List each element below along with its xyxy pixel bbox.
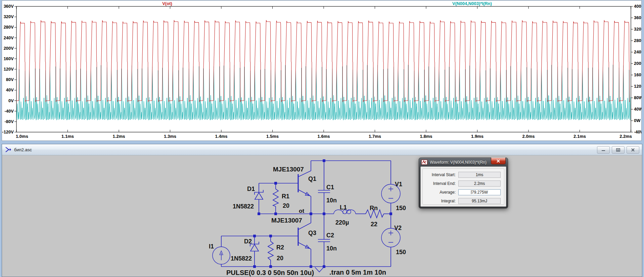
d2-model-label[interactable]: 1N5822 bbox=[231, 255, 252, 262]
restore-button[interactable] bbox=[612, 146, 625, 154]
v2-ref-label[interactable]: V2 bbox=[394, 225, 402, 231]
x-tick-label[interactable]: 1.7ms bbox=[369, 134, 381, 139]
y-right-tick-label[interactable]: 200W bbox=[634, 61, 641, 66]
ltspice-logo-icon bbox=[421, 160, 427, 165]
y-right-tick-label[interactable]: 80W bbox=[634, 95, 641, 100]
y-left-tick-label[interactable]: 80V bbox=[6, 77, 14, 82]
q3-model-label[interactable]: MJE13007 bbox=[271, 217, 302, 224]
integral-value[interactable]: 95.13mJ bbox=[458, 198, 501, 204]
i1-value-label[interactable]: PULSE(0 0.3 0 50n 50n 10u) bbox=[226, 269, 314, 276]
ground-symbol[interactable] bbox=[315, 267, 324, 272]
r2-ref-label[interactable]: R2 bbox=[276, 244, 284, 251]
y-right-tick-label[interactable]: 320W bbox=[634, 27, 641, 32]
resistor-r1[interactable] bbox=[273, 183, 278, 214]
schematic-canvas[interactable]: MJE13007 Q1 D1 1N5822 R1 20 ot MJE13007 … bbox=[2, 155, 642, 277]
x-tick-label[interactable]: 1.3ms bbox=[164, 134, 176, 139]
x-tick-label[interactable]: 1.9ms bbox=[471, 134, 484, 139]
c2-value-label[interactable]: 10n bbox=[326, 245, 337, 252]
schematic-window[interactable]: бип2.asc bbox=[2, 144, 642, 277]
rn-ref-label[interactable]: Rn bbox=[370, 205, 378, 211]
c2-ref-label[interactable]: C2 bbox=[326, 232, 334, 239]
x-tick-label[interactable]: 1.4ms bbox=[215, 134, 228, 139]
y-left-tick-label[interactable]: 0V bbox=[8, 98, 14, 103]
x-tick-label[interactable]: 2.2ms bbox=[619, 134, 632, 139]
v1-value-label[interactable]: 150 bbox=[396, 205, 406, 211]
x-tick-label[interactable]: 2.0ms bbox=[522, 134, 535, 139]
close-button[interactable] bbox=[627, 146, 639, 154]
y-left-tick-label[interactable]: 280V bbox=[4, 25, 14, 30]
y-right-tick-label[interactable]: 40W bbox=[634, 107, 641, 112]
y-left-tick-label[interactable]: 320V bbox=[4, 14, 14, 19]
x-tick-label[interactable]: 2.1ms bbox=[573, 134, 586, 139]
y-left-tick-label[interactable]: -40V bbox=[5, 109, 14, 114]
q3-ref-label[interactable]: Q3 bbox=[308, 230, 316, 236]
y-right-tick-label[interactable]: 360W bbox=[634, 15, 641, 20]
minimize-button[interactable] bbox=[597, 146, 610, 154]
v2-value-label[interactable]: 150 bbox=[396, 249, 406, 255]
trace-power bbox=[16, 65, 631, 120]
interval-end-label: Interval End: bbox=[425, 181, 456, 186]
rn-value-label[interactable]: 22 bbox=[371, 221, 377, 228]
y-right-tick-label[interactable]: 280W bbox=[634, 38, 641, 43]
y-right-tick-label[interactable]: -40W bbox=[634, 129, 641, 134]
tran-directive[interactable]: .tran 0 5m 1m 10n bbox=[329, 269, 386, 276]
q1-ref-label[interactable]: Q1 bbox=[308, 175, 316, 182]
x-tick-label[interactable]: 1.6ms bbox=[318, 134, 330, 139]
y-right-tick-label[interactable]: 120W bbox=[634, 84, 641, 89]
c1-ref-label[interactable]: C1 bbox=[326, 184, 334, 191]
y-left-tick-label[interactable]: 160V bbox=[4, 56, 14, 61]
i1-ref-label[interactable]: I1 bbox=[209, 243, 214, 250]
x-tick-label[interactable]: 1.1ms bbox=[61, 134, 74, 139]
v1-ref-label[interactable]: V1 bbox=[395, 181, 402, 188]
text-caret bbox=[471, 190, 471, 194]
interval-end-value[interactable]: 2.2ms bbox=[458, 181, 501, 187]
y-left-tick-label[interactable]: 40V bbox=[6, 87, 14, 92]
schematic-titlebar[interactable]: бип2.asc bbox=[2, 144, 642, 155]
capacitor-c2[interactable] bbox=[318, 214, 330, 267]
integral-label: Integral: bbox=[425, 199, 456, 203]
inductor-l1[interactable] bbox=[334, 210, 366, 214]
y-left-tick-label[interactable]: 360V bbox=[4, 4, 14, 9]
waveform-plot[interactable]: 1.0ms1.1ms1.2ms1.3ms1.4ms1.5ms1.6ms1.7ms… bbox=[2, 1, 641, 141]
d2-ref-label[interactable]: D2 bbox=[244, 238, 252, 245]
y-right-tick-label[interactable]: 160W bbox=[634, 72, 641, 77]
interval-start-value[interactable]: 1ms bbox=[458, 172, 501, 178]
resistor-r2[interactable] bbox=[268, 236, 273, 267]
y-left-tick-label[interactable]: 120V bbox=[4, 67, 14, 72]
r1-value-label[interactable]: 20 bbox=[283, 202, 289, 209]
net-label-ot[interactable]: ot bbox=[299, 208, 304, 214]
voltage-source-v2[interactable] bbox=[381, 214, 400, 267]
dialog-title: Waveform: V(N004,N003)*I(Rn) bbox=[430, 160, 487, 165]
y-left-tick-label[interactable]: 200V bbox=[4, 46, 14, 51]
current-source-i1[interactable] bbox=[213, 236, 230, 267]
y-right-tick-label[interactable]: 240W bbox=[634, 49, 641, 54]
interval-start-label: Interval Start: bbox=[425, 172, 456, 177]
r1-ref-label[interactable]: R1 bbox=[282, 193, 289, 200]
y-right-tick-label[interactable]: 400W bbox=[634, 4, 641, 9]
dialog-inner-panel: Interval Start: 1ms Interval End: 2.2ms … bbox=[422, 168, 504, 205]
x-tick-label[interactable]: 1.8ms bbox=[420, 134, 432, 139]
dialog-close-button[interactable] bbox=[491, 158, 506, 164]
x-tick-label[interactable]: 1.0ms bbox=[16, 134, 28, 139]
d1-model-label[interactable]: 1N5822 bbox=[233, 203, 254, 210]
y-left-tick-label[interactable]: -80V bbox=[5, 119, 14, 124]
l1-value-label[interactable]: 220µ bbox=[335, 219, 349, 226]
q1-model-label[interactable]: MJE13007 bbox=[273, 166, 304, 173]
r2-value-label[interactable]: 20 bbox=[277, 255, 283, 262]
average-label: Average: bbox=[425, 190, 456, 195]
l1-ref-label[interactable]: L1 bbox=[340, 204, 347, 211]
x-tick-label[interactable]: 1.5ms bbox=[266, 134, 279, 139]
diode-d1[interactable] bbox=[255, 183, 263, 214]
c1-value-label[interactable]: 10n bbox=[326, 197, 337, 204]
y-left-tick-label[interactable]: 240V bbox=[4, 35, 14, 40]
schematic-doc-icon bbox=[5, 147, 11, 153]
x-tick-label[interactable]: 1.2ms bbox=[113, 134, 125, 139]
waveform-stats-dialog[interactable]: Waveform: V(N004,N003)*I(Rn) Interval St… bbox=[419, 158, 508, 208]
schematic-title: бип2.asc bbox=[14, 147, 32, 152]
y-right-tick-label[interactable]: 0W bbox=[634, 118, 641, 123]
d1-ref-label[interactable]: D1 bbox=[247, 186, 255, 192]
average-value[interactable]: 79.275W bbox=[458, 189, 501, 195]
y-left-tick-label[interactable]: -120V bbox=[2, 129, 14, 134]
dialog-titlebar[interactable]: Waveform: V(N004,N003)*I(Rn) bbox=[419, 158, 508, 166]
waveform-pane[interactable]: V(ot) V(N004,N003)*I(Rn) 1.0ms1.1ms1.2ms… bbox=[2, 0, 642, 141]
